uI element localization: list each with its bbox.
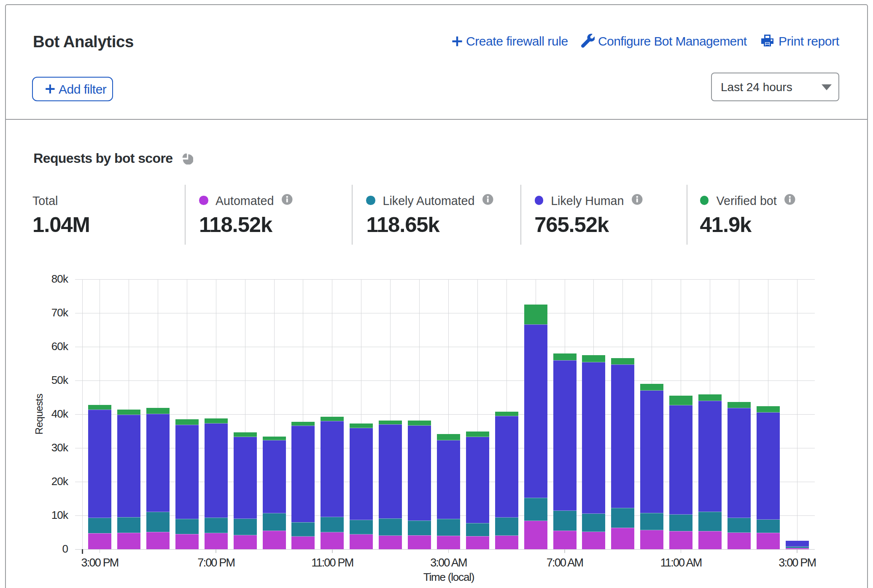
svg-text:0: 0 xyxy=(62,542,68,555)
svg-text:3:00 AM: 3:00 AM xyxy=(430,556,467,569)
svg-text:40k: 40k xyxy=(51,407,69,420)
svg-text:Time (local): Time (local) xyxy=(423,571,474,583)
svg-text:11:00 PM: 11:00 PM xyxy=(311,556,353,569)
svg-text:60k: 60k xyxy=(51,340,69,353)
svg-text:7:00 AM: 7:00 AM xyxy=(547,556,583,569)
svg-text:3:00 PM: 3:00 PM xyxy=(779,556,816,569)
svg-text:Requests: Requests xyxy=(33,394,45,434)
svg-text:80k: 80k xyxy=(51,272,69,285)
svg-text:7:00 PM: 7:00 PM xyxy=(197,556,234,569)
svg-text:30k: 30k xyxy=(51,441,69,454)
svg-text:3:00 PM: 3:00 PM xyxy=(81,556,119,569)
svg-text:50k: 50k xyxy=(51,374,69,386)
svg-text:70k: 70k xyxy=(51,306,69,319)
svg-text:20k: 20k xyxy=(51,475,69,488)
svg-text:10k: 10k xyxy=(51,509,69,521)
svg-text:11:00 AM: 11:00 AM xyxy=(660,556,702,569)
